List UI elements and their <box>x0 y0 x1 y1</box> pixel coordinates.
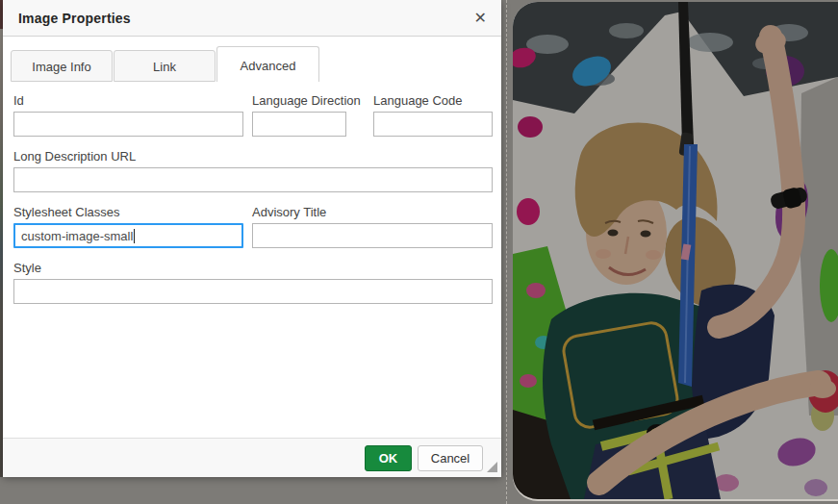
advisory-title-input[interactable] <box>252 223 493 248</box>
dialog-footer: OK Cancel <box>3 438 501 477</box>
field-language-direction: Language Direction <box>252 93 361 137</box>
language-code-label: Language Code <box>373 93 493 108</box>
stylesheet-classes-input[interactable]: custom-image-small <box>13 223 243 248</box>
tab-image-info[interactable]: Image Info <box>11 50 113 82</box>
field-language-code: Language Code <box>373 93 493 137</box>
image-properties-dialog: Image Properties ✕ Image Info Link Advan… <box>3 0 501 477</box>
text-cursor <box>134 229 135 243</box>
stylesheet-classes-value: custom-image-small <box>21 229 133 243</box>
tab-advanced[interactable]: Advanced <box>216 46 319 82</box>
field-stylesheet-classes: Stylesheet Classes custom-image-small <box>13 205 243 248</box>
climbing-photo <box>513 2 838 499</box>
close-icon[interactable]: ✕ <box>474 11 487 26</box>
field-id: Id <box>13 93 243 137</box>
selection-outline <box>506 0 507 504</box>
style-label: Style <box>13 261 493 275</box>
stylesheet-classes-label: Stylesheet Classes <box>13 205 243 219</box>
tab-bar: Image Info Link Advanced <box>11 46 501 82</box>
climbing-photo-art <box>513 2 838 499</box>
id-input[interactable] <box>13 112 243 137</box>
field-long-description-url: Long Description URL <box>13 149 493 192</box>
dialog-header: Image Properties ✕ <box>3 0 501 37</box>
id-label: Id <box>13 93 243 108</box>
advisory-title-label: Advisory Title <box>252 205 493 219</box>
field-advisory-title: Advisory Title <box>252 205 493 248</box>
resize-handle-icon[interactable] <box>487 462 497 472</box>
language-direction-input[interactable] <box>252 112 346 137</box>
long-description-url-label: Long Description URL <box>13 149 493 164</box>
language-direction-label: Language Direction <box>252 93 361 108</box>
long-description-url-input[interactable] <box>13 167 493 192</box>
field-style: Style <box>13 261 493 304</box>
ok-button[interactable]: OK <box>365 445 412 471</box>
cancel-button[interactable]: Cancel <box>418 445 483 471</box>
language-code-input[interactable] <box>373 112 493 137</box>
style-input[interactable] <box>13 279 493 304</box>
tab-link[interactable]: Link <box>114 50 216 82</box>
dialog-title: Image Properties <box>3 11 131 26</box>
